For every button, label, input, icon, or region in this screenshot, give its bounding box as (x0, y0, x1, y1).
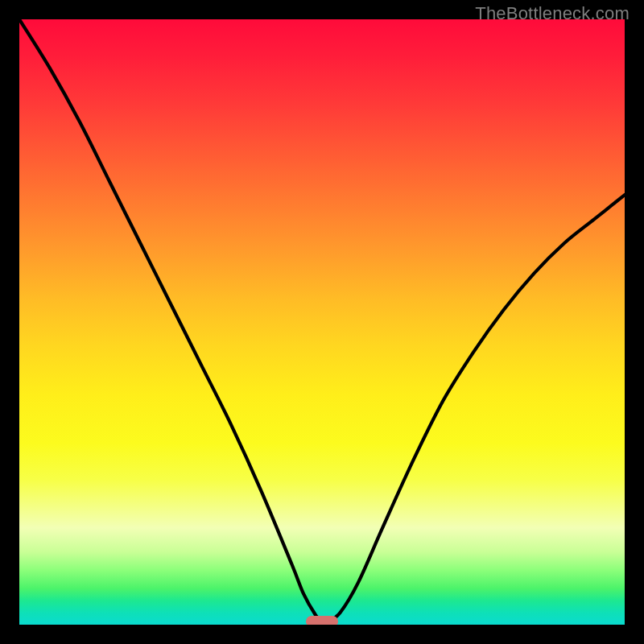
optimal-marker (306, 616, 338, 625)
chart-frame: TheBottleneck.com (0, 0, 644, 644)
plot-area (19, 19, 625, 625)
watermark-text: TheBottleneck.com (475, 3, 630, 24)
bottleneck-curve (19, 19, 625, 625)
